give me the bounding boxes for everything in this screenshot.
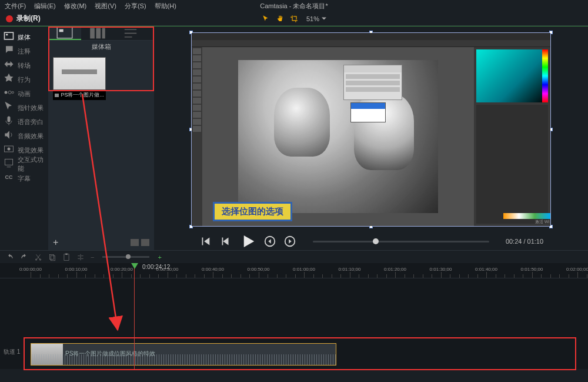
svg-rect-0 bbox=[5, 32, 14, 39]
timeline-clip[interactable]: PS将一个图片做成位图风格的特效 bbox=[31, 343, 336, 366]
svg-rect-19 bbox=[51, 255, 55, 260]
hand-icon[interactable] bbox=[276, 15, 284, 23]
annotation-icon[interactable] bbox=[3, 44, 15, 56]
transition-icon[interactable] bbox=[3, 58, 15, 70]
track-label: 轨道 1 bbox=[4, 348, 20, 356]
menu-edit[interactable]: 编辑(E) bbox=[34, 2, 56, 11]
animation-icon[interactable] bbox=[3, 87, 15, 98]
behavior-icon[interactable] bbox=[3, 72, 15, 84]
zoom-level[interactable]: 51% bbox=[306, 15, 326, 22]
sidebar-item-animation[interactable]: 动画 bbox=[18, 87, 48, 101]
playback-controls: 00:24 / 01:10 bbox=[154, 232, 588, 250]
tracks: 轨道 1 PS将一个图片做成位图风格的特效 bbox=[0, 278, 588, 369]
add-media-button[interactable]: + bbox=[53, 237, 58, 248]
cut-button[interactable] bbox=[34, 253, 42, 261]
scrub-slider[interactable] bbox=[313, 241, 489, 243]
svg-rect-1 bbox=[6, 34, 8, 36]
timeline-ruler[interactable]: 0:00:00;000:00:10;000:00:20;000:00:30;00… bbox=[0, 263, 588, 278]
clip-name: PS将一个图片做... bbox=[53, 90, 106, 100]
paste-button[interactable] bbox=[62, 253, 71, 261]
svg-rect-12 bbox=[96, 28, 101, 39]
interactive-icon[interactable] bbox=[3, 157, 15, 169]
preview-canvas[interactable]: 选择位图的选项 激活 Wi bbox=[191, 32, 551, 227]
photo-content bbox=[238, 60, 438, 213]
next-clip-button[interactable] bbox=[283, 235, 296, 248]
clip-thumbnail bbox=[53, 57, 106, 90]
record-icon[interactable] bbox=[6, 15, 13, 22]
split-button[interactable] bbox=[76, 253, 85, 261]
sidebar-item-voice[interactable]: 语音旁白 bbox=[18, 115, 48, 129]
svg-rect-9 bbox=[57, 27, 72, 38]
copy-button[interactable] bbox=[48, 253, 56, 261]
svg-point-3 bbox=[8, 91, 11, 94]
color-picker bbox=[476, 49, 548, 102]
mini-panel bbox=[350, 102, 386, 122]
caption-icon[interactable]: CC bbox=[3, 171, 15, 183]
watermark: 激活 Wi bbox=[535, 219, 549, 225]
svg-rect-10 bbox=[59, 29, 64, 32]
media-bin: 媒体箱 PS将一个图片做... + bbox=[48, 26, 154, 250]
tab-library[interactable] bbox=[81, 26, 114, 40]
sidebar-item-behavior[interactable]: 行为 bbox=[18, 72, 48, 87]
cursor-fx-icon[interactable] bbox=[3, 101, 15, 112]
svg-rect-18 bbox=[49, 254, 54, 259]
sidebar-labels: 媒体 注释 转场 行为 动画 指针效果 语音旁白 音频效果 视觉效果 交互式功能… bbox=[18, 26, 48, 250]
sidebar-item-interactive[interactable]: 交互式功能 bbox=[18, 157, 48, 171]
audio-waveform bbox=[31, 354, 336, 365]
svg-rect-5 bbox=[8, 117, 11, 122]
recorded-content: 选择位图的选项 激活 Wi bbox=[192, 33, 550, 226]
svg-rect-13 bbox=[102, 28, 105, 39]
menu-view[interactable]: 视图(V) bbox=[95, 2, 116, 11]
svg-rect-21 bbox=[65, 253, 68, 254]
redo-button[interactable] bbox=[20, 253, 28, 261]
bin-footer: + bbox=[48, 235, 154, 250]
cursor-icon[interactable] bbox=[262, 15, 270, 23]
main-area: CC 媒体 注释 转场 行为 动画 指针效果 语音旁白 音频效果 视觉效果 交互… bbox=[0, 26, 588, 250]
view-toggle[interactable] bbox=[131, 239, 149, 246]
tab-media[interactable] bbox=[48, 26, 81, 40]
callout-text: 选择位图的选项 bbox=[213, 202, 292, 221]
undo-button[interactable] bbox=[6, 253, 14, 261]
menu-share[interactable]: 分享(S) bbox=[125, 2, 146, 11]
app-title: Camtasia - 未命名项目* bbox=[260, 2, 328, 11]
voice-icon[interactable] bbox=[3, 115, 15, 127]
time-display: 00:24 / 01:10 bbox=[506, 238, 543, 245]
menubar: 文件(F) 编辑(E) 修改(M) 视图(V) 分享(S) 帮助(H) Camt… bbox=[0, 0, 588, 12]
media-icon[interactable] bbox=[3, 30, 15, 42]
svg-point-16 bbox=[35, 258, 36, 260]
sidebar-item-transition[interactable]: 转场 bbox=[18, 58, 48, 72]
play-button[interactable] bbox=[239, 232, 256, 250]
timeline-toolbar: − + bbox=[0, 250, 588, 263]
audio-fx-icon[interactable] bbox=[3, 129, 15, 141]
canvas-toolstrip: 51% bbox=[262, 12, 326, 26]
sidebar-item-audio[interactable]: 音频效果 bbox=[18, 129, 48, 143]
record-bar: 录制(R) 51% bbox=[0, 12, 588, 26]
playhead[interactable] bbox=[134, 263, 135, 369]
sidebar-item-cursor[interactable]: 指针效果 bbox=[18, 101, 48, 115]
sidebar-item-media[interactable]: 媒体 bbox=[18, 30, 48, 44]
crop-icon[interactable] bbox=[290, 15, 298, 23]
svg-point-7 bbox=[8, 148, 11, 151]
svg-rect-11 bbox=[90, 28, 95, 39]
record-label[interactable]: 录制(R) bbox=[16, 14, 41, 24]
tab-more[interactable] bbox=[114, 26, 147, 40]
sidebar-icons: CC bbox=[0, 26, 18, 250]
bin-tabs bbox=[48, 26, 154, 41]
svg-rect-20 bbox=[64, 254, 69, 260]
taskbar-icons bbox=[503, 213, 550, 219]
svg-point-17 bbox=[39, 258, 41, 260]
svg-point-2 bbox=[5, 91, 8, 94]
step-back-button[interactable] bbox=[219, 235, 232, 248]
preview-panel: 选择位图的选项 激活 Wi 00:24 / 01: bbox=[154, 26, 588, 250]
menu-help[interactable]: 帮助(H) bbox=[155, 2, 176, 11]
prev-clip-button[interactable] bbox=[199, 235, 212, 248]
media-clip[interactable]: PS将一个图片做... bbox=[53, 57, 106, 100]
step-fwd-button[interactable] bbox=[263, 235, 276, 248]
visual-fx-icon[interactable] bbox=[3, 143, 15, 155]
sidebar-item-annotation[interactable]: 注释 bbox=[18, 44, 48, 58]
sidebar-item-caption[interactable]: 字幕 bbox=[18, 171, 48, 185]
canvas-wrap: 选择位图的选项 激活 Wi bbox=[154, 26, 588, 232]
menu-modify[interactable]: 修改(M) bbox=[64, 2, 87, 11]
timeline-zoom-slider[interactable] bbox=[102, 256, 149, 258]
menu-file[interactable]: 文件(F) bbox=[5, 2, 26, 11]
